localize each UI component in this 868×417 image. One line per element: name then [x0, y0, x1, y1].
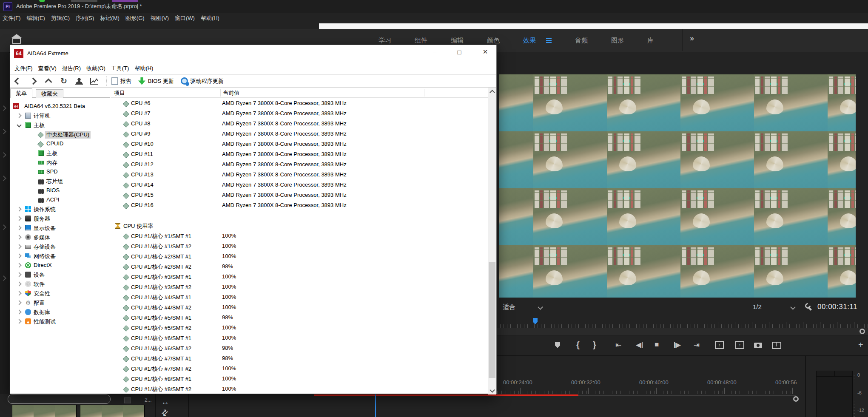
- comparison-view-button[interactable]: [772, 340, 781, 349]
- back-icon[interactable]: [10, 76, 26, 87]
- list-row[interactable]: CPU #1/核心 #3/SMT #2100%: [111, 282, 488, 292]
- chevron-collapsed-icon[interactable]: [17, 281, 21, 286]
- chevron-collapsed-icon[interactable]: [17, 253, 21, 258]
- list-header[interactable]: 项目 当前值: [111, 88, 488, 98]
- export-frame-button[interactable]: [754, 340, 762, 349]
- aida64-menu-item[interactable]: 报告(R): [62, 65, 81, 72]
- aida64-menu-item[interactable]: 帮助(H): [134, 65, 153, 72]
- tree-item-存储设备[interactable]: 存储设备: [10, 242, 110, 251]
- button-editor-plus[interactable]: +: [858, 340, 863, 349]
- tree-item-操作系统[interactable]: 操作系统: [10, 204, 110, 214]
- tab-颜色[interactable]: 颜色: [487, 37, 500, 45]
- list-row[interactable]: CPU #7AMD Ryzen 7 3800X 8-Core Processor…: [111, 108, 488, 119]
- ripple-edit-tool[interactable]: ⇄: [159, 407, 171, 417]
- menubar-item[interactable]: 标记(M): [100, 14, 120, 22]
- tree-item-AIDA64 v6.20.5321 Beta[interactable]: 64AIDA64 v6.20.5321 Beta: [10, 102, 110, 111]
- users-icon[interactable]: [71, 76, 87, 87]
- menubar-item[interactable]: 剪辑(C): [51, 14, 70, 22]
- track-select-tool[interactable]: ↔: [161, 397, 169, 407]
- refresh-icon[interactable]: ↻: [56, 76, 71, 87]
- bios-update-button[interactable]: BIOS 更新: [138, 77, 174, 85]
- add-marker-button[interactable]: [555, 340, 560, 349]
- list-row[interactable]: CPU #1/核心 #5/SMT #198%: [111, 312, 488, 323]
- mark-in-button[interactable]: {: [576, 340, 580, 349]
- tree-item-数据库[interactable]: 数据库: [10, 307, 110, 317]
- tree-item-中央处理器(CPU)[interactable]: 中央处理器(CPU): [10, 130, 110, 139]
- monitor-scrubber[interactable]: [497, 317, 868, 328]
- chevron-collapsed-icon[interactable]: [17, 207, 21, 211]
- aida64-titlebar[interactable]: 64 AIDA64 Extreme – □ ✕: [10, 45, 496, 62]
- play-stop-button[interactable]: ■: [655, 340, 659, 349]
- timeline-playhead[interactable]: [375, 394, 376, 417]
- panel-chevron-icon[interactable]: [1, 105, 6, 111]
- tab-编辑[interactable]: 编辑: [451, 37, 464, 45]
- list-row[interactable]: CPU #1/核心 #4/SMT #1100%: [111, 292, 488, 302]
- panel-chevron-icon[interactable]: [1, 152, 6, 158]
- program-monitor-video[interactable]: [499, 74, 856, 298]
- chevron-collapsed-icon[interactable]: [17, 244, 21, 249]
- list-row[interactable]: CPU #13AMD Ryzen 7 3800X 8-Core Processo…: [111, 170, 488, 180]
- tab-库[interactable]: 库: [647, 37, 654, 45]
- panel-menu-icon[interactable]: [546, 38, 552, 43]
- tree-item-SPD[interactable]: SPD: [10, 167, 110, 176]
- list-row[interactable]: CPU #1/核心 #4/SMT #2100%: [111, 302, 488, 312]
- go-to-out-button[interactable]: ⇥: [694, 340, 700, 349]
- list-row[interactable]: CPU #16AMD Ryzen 7 3800X 8-Core Processo…: [111, 200, 488, 210]
- panel-chevron-icon[interactable]: [1, 129, 6, 134]
- chevron-collapsed-icon[interactable]: [17, 113, 21, 118]
- project-thumbnail[interactable]: [12, 405, 77, 417]
- list-row[interactable]: CPU #12AMD Ryzen 7 3800X 8-Core Processo…: [111, 159, 488, 170]
- tab-效果[interactable]: 效果: [523, 37, 552, 45]
- step-back-button[interactable]: ◀: [636, 340, 643, 349]
- chevron-down-icon[interactable]: [790, 304, 796, 310]
- chevron-collapsed-icon[interactable]: [17, 291, 21, 295]
- step-forward-button[interactable]: ▶: [674, 340, 681, 349]
- zoom-level-dropdown[interactable]: 适合: [503, 303, 515, 311]
- list-row[interactable]: CPU #1/核心 #2/SMT #1100%: [111, 251, 488, 261]
- tree-item-配置[interactable]: ⚙配置: [10, 298, 110, 307]
- workspace-overflow-button[interactable]: »: [690, 34, 694, 43]
- list-row[interactable]: CPU #15AMD Ryzen 7 3800X 8-Core Processo…: [111, 190, 488, 200]
- list-row[interactable]: CPU #1/核心 #6/SMT #1100%: [111, 333, 488, 343]
- list-row[interactable]: CPU #1/核心 #1/SMT #2100%: [111, 241, 488, 251]
- list-row[interactable]: CPU #10AMD Ryzen 7 3800X 8-Core Processo…: [111, 139, 488, 149]
- driver-update-button[interactable]: 驱动程序更新: [181, 77, 224, 85]
- tree-item-多媒体[interactable]: 多媒体: [10, 233, 110, 242]
- project-search-input[interactable]: [8, 394, 111, 404]
- tree-item-计算机[interactable]: 计算机: [10, 111, 110, 120]
- tree-item-安全性[interactable]: 安全性: [10, 289, 110, 298]
- tree-item-显示设备[interactable]: 显示设备: [10, 223, 110, 233]
- list-row[interactable]: CPU #11AMD Ryzen 7 3800X 8-Core Processo…: [111, 149, 488, 159]
- list-row[interactable]: CPU #6AMD Ryzen 7 3800X 8-Core Processor…: [111, 98, 488, 108]
- tree-item-主板[interactable]: 主板: [10, 148, 110, 158]
- chevron-expanded-icon[interactable]: [17, 122, 21, 127]
- tree-item-DirectX[interactable]: DirectX: [10, 261, 110, 270]
- aida64-menu-item[interactable]: 查看(V): [38, 65, 57, 72]
- list-row[interactable]: CPU 使用率: [111, 221, 488, 231]
- chevron-collapsed-icon[interactable]: [17, 272, 21, 277]
- close-button[interactable]: ✕: [475, 45, 495, 59]
- scrollbar-handle[interactable]: [859, 329, 865, 334]
- tab-menu[interactable]: 菜单: [10, 88, 32, 98]
- settings-wrench-icon[interactable]: [805, 303, 812, 310]
- aida64-menu-item[interactable]: 文件(F): [14, 65, 33, 72]
- chevron-collapsed-icon[interactable]: [17, 225, 21, 230]
- forward-icon[interactable]: [26, 76, 41, 87]
- menubar-item[interactable]: 序列(S): [76, 14, 94, 22]
- scroll-down-button[interactable]: [488, 387, 496, 394]
- panel-chevron-icon[interactable]: [1, 176, 6, 181]
- aida64-menu-item[interactable]: 工具(T): [111, 65, 129, 72]
- chevron-collapsed-icon[interactable]: [17, 319, 21, 323]
- list-row[interactable]: CPU #8AMD Ryzen 7 3800X 8-Core Processor…: [111, 119, 488, 129]
- tree-item-芯片组[interactable]: 芯片组: [10, 176, 110, 186]
- scrollbar-thumb[interactable]: [489, 262, 495, 378]
- list-row[interactable]: CPU #1/核心 #2/SMT #298%: [111, 261, 488, 272]
- lift-button[interactable]: ↑: [715, 340, 724, 349]
- tree-item-设备[interactable]: 设备: [10, 270, 110, 279]
- tree-item-网络设备[interactable]: 网络设备: [10, 251, 110, 261]
- list-row[interactable]: CPU #1/核心 #8/SMT #2100%: [111, 384, 488, 394]
- chevron-collapsed-icon[interactable]: [17, 263, 21, 267]
- tree-item-ACPI[interactable]: ACPI: [10, 195, 110, 204]
- chevron-collapsed-icon[interactable]: [17, 309, 21, 314]
- menubar-item[interactable]: 窗口(W): [175, 14, 195, 22]
